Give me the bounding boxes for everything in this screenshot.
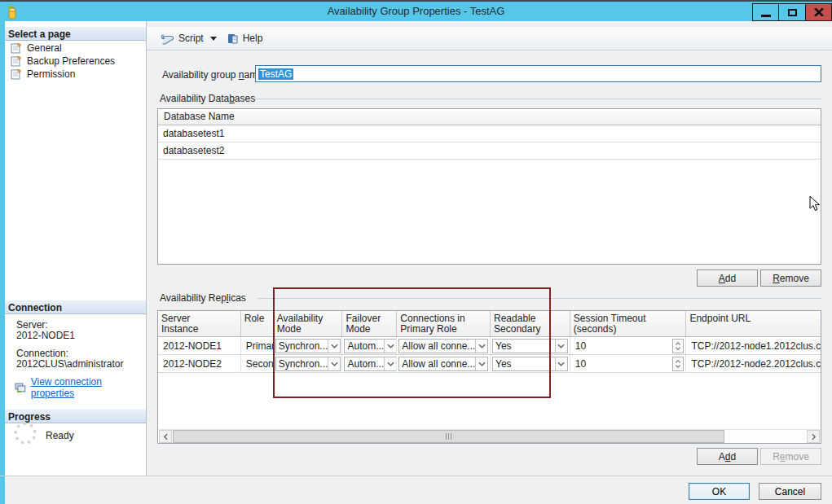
availability-group-name-input[interactable]: TestAG <box>255 65 821 82</box>
cancel-button[interactable]: Cancel <box>759 483 821 500</box>
session-timeout-cell: 10 <box>570 355 687 372</box>
column-header-connections: Connections inPrimary Role <box>397 311 491 336</box>
table-row[interactable]: databasetest2 <box>158 142 821 160</box>
chevron-down-icon[interactable] <box>328 340 340 353</box>
replicas-header-row: ServerInstance Role AvailabilityMode Fai… <box>158 311 821 337</box>
availability-mode-cell: Synchron... <box>274 337 343 354</box>
chevron-down-icon[interactable] <box>475 340 487 353</box>
database-name-column-header: Database Name <box>158 109 821 125</box>
availability-mode-select[interactable]: Synchron... <box>275 339 341 353</box>
sidebar-item-permission[interactable]: Permission <box>5 68 146 81</box>
availability-replicas-label: Availability Replicas <box>160 292 246 304</box>
readable-secondary-cell: Yes <box>491 337 570 354</box>
readable-secondary-select[interactable]: Yes <box>492 339 568 353</box>
availability-group-name-label: Availability group name: <box>162 69 266 81</box>
minimize-button[interactable] <box>752 3 779 21</box>
sidebar-item-label: Permission <box>27 68 75 80</box>
footer-divider <box>0 476 832 476</box>
connections-primary-role-select[interactable]: Allow all conne... <box>398 339 488 353</box>
chevron-down-icon <box>675 365 681 368</box>
connections-primary-role-select[interactable]: Allow all conne... <box>398 357 488 371</box>
column-header-availability-mode: AvailabilityMode <box>274 311 343 336</box>
script-icon <box>161 33 174 45</box>
minimize-icon <box>761 15 771 17</box>
scrollbar-thumb[interactable] <box>173 430 724 443</box>
table-row[interactable]: databasetest1 <box>158 125 821 142</box>
readable-secondary-cell: Yes <box>491 355 570 372</box>
script-button[interactable]: Script <box>157 31 220 46</box>
scroll-right-button[interactable] <box>807 430 820 443</box>
session-timeout-stepper[interactable] <box>672 339 684 353</box>
role-cell: Secon... <box>241 355 274 372</box>
window-title: Availability Group Properties - TestAG <box>0 5 832 17</box>
help-icon <box>227 33 239 45</box>
column-header-role: Role <box>241 311 274 336</box>
maximize-button[interactable] <box>779 3 806 21</box>
availability-mode-select[interactable]: Synchron... <box>275 357 341 371</box>
column-header-server-instance: ServerInstance <box>158 311 241 336</box>
page-icon <box>11 55 22 67</box>
group-divider <box>254 99 821 99</box>
failover-mode-cell: Autom... <box>342 337 397 354</box>
group-divider <box>258 298 821 299</box>
endpoint-url-cell: TCP://2012-node1.2012clus.com <box>686 337 821 354</box>
page-icon <box>11 68 22 80</box>
ok-button[interactable]: OK <box>689 483 750 500</box>
toolbar: Script Help <box>147 27 832 50</box>
chevron-down-icon[interactable] <box>384 357 396 370</box>
connection-properties-icon <box>15 383 27 393</box>
chevron-down-icon[interactable] <box>384 340 396 353</box>
close-icon <box>814 8 824 16</box>
failover-mode-select[interactable]: Autom... <box>344 357 397 371</box>
titlebar: Availability Group Properties - TestAG <box>0 0 832 21</box>
server-instance-cell: 2012-NODE1 <box>158 337 241 354</box>
availability-mode-cell: Synchron... <box>274 355 343 372</box>
replicas-remove-button[interactable]: Remove <box>760 448 821 465</box>
sidebar-item-label: Backup Preferences <box>27 55 115 67</box>
connections-cell: Allow all conne... <box>397 337 491 354</box>
chevron-down-icon[interactable] <box>555 357 567 370</box>
connections-cell: Allow all conne... <box>397 355 491 372</box>
page-icon <box>11 42 22 54</box>
chevron-down-icon[interactable] <box>328 357 340 370</box>
help-label: Help <box>243 33 263 44</box>
sidebar-item-general[interactable]: General <box>5 42 146 55</box>
column-header-session-timeout: Session Timeout(seconds) <box>570 311 687 336</box>
databases-add-button[interactable]: Add <box>697 270 758 287</box>
connection-label: Connection: <box>16 348 68 359</box>
session-timeout-cell: 10 <box>570 337 687 354</box>
chevron-down-icon[interactable] <box>475 357 487 370</box>
column-header-failover-mode: FailoverMode <box>342 311 397 336</box>
failover-mode-select[interactable]: Autom... <box>344 339 397 353</box>
sidebar-item-label: General <box>27 42 62 54</box>
maximize-icon <box>788 9 797 16</box>
help-button[interactable]: Help <box>223 31 266 46</box>
close-button[interactable] <box>806 3 832 21</box>
progress-spinner-icon <box>14 422 37 445</box>
role-cell: Primary <box>241 337 274 354</box>
selected-text: TestAG <box>258 68 293 80</box>
column-header-readable-secondary: ReadableSecondary <box>491 311 570 336</box>
endpoint-url-cell: TCP://2012-node2.2012clus.com <box>686 355 821 372</box>
failover-mode-cell: Autom... <box>342 355 397 372</box>
session-timeout-stepper[interactable] <box>672 357 684 371</box>
table-row[interactable]: 2012-NODE1 Primary Synchron... Autom... … <box>158 337 821 355</box>
chevron-down-icon[interactable] <box>555 340 567 353</box>
chevron-left-icon <box>164 433 168 440</box>
chevron-up-icon <box>675 342 681 345</box>
table-row[interactable]: 2012-NODE2 Secon... Synchron... Autom...… <box>158 355 821 373</box>
sidebar-item-backup-preferences[interactable]: Backup Preferences <box>5 55 146 68</box>
horizontal-scrollbar[interactable] <box>159 429 820 442</box>
databases-remove-button[interactable]: Remove <box>760 270 821 287</box>
column-header-endpoint-url: Endpoint URL <box>686 311 821 336</box>
scroll-left-button[interactable] <box>159 430 172 443</box>
connection-value: 2012CLUS\administrator <box>16 358 123 370</box>
script-label: Script <box>178 33 204 44</box>
readable-secondary-select[interactable]: Yes <box>492 357 568 371</box>
select-page-header: Select a page <box>5 27 146 41</box>
replicas-add-button[interactable]: Add <box>697 448 758 465</box>
progress-status: Ready <box>46 430 74 441</box>
script-dropdown-icon[interactable] <box>210 37 217 41</box>
availability-databases-grid: Database Name databasetest1 databasetest… <box>157 108 821 265</box>
view-connection-properties-link[interactable]: View connection properties <box>15 376 146 399</box>
